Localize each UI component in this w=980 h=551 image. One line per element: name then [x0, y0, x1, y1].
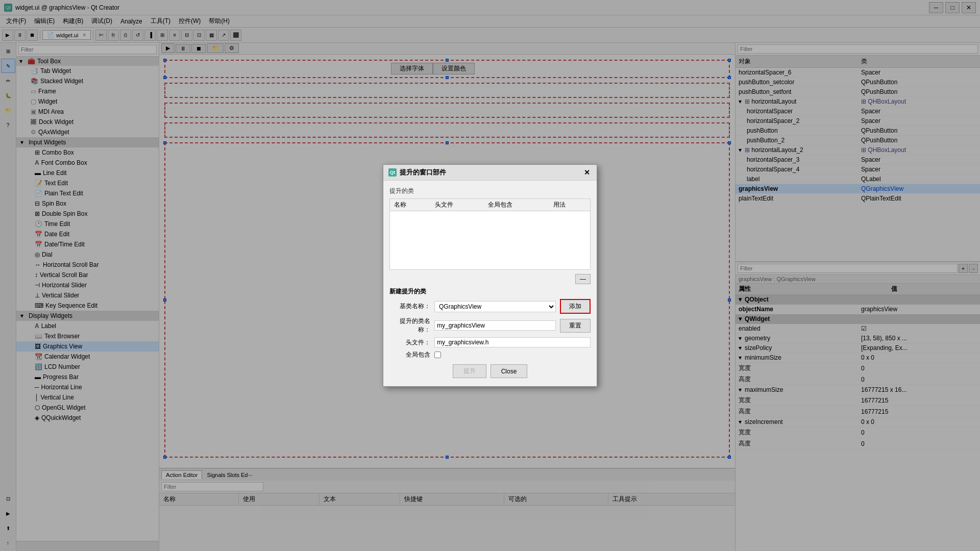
promoted-class-table: 名称 头文件 全局包含 用法	[389, 198, 591, 270]
dialog-inner-table: 名称 头文件 全局包含 用法	[390, 199, 590, 211]
promote-button[interactable]: 提升	[453, 364, 486, 378]
base-class-label: 基类名称：	[389, 302, 430, 311]
close-button[interactable]: Close	[491, 364, 528, 378]
dialog-title-icon: Qt	[388, 168, 397, 177]
dialog-col-header: 头文件	[431, 199, 484, 211]
form-row-promotedclass: 提升的类名称： 重置	[389, 317, 591, 334]
global-include-checkbox[interactable]	[434, 352, 441, 358]
dialog-col-usage: 用法	[549, 199, 590, 211]
promoted-class-input[interactable]	[434, 320, 556, 331]
dialog-delete-button[interactable]: —	[575, 274, 591, 284]
promoted-class-label: 提升的类	[389, 187, 591, 195]
global-include-label: 全局包含	[389, 350, 430, 359]
dialog-overlay: Qt 提升的窗口部件 ✕ 提升的类 名称 头文件 全局包含 用法	[0, 0, 980, 551]
promote-dialog: Qt 提升的窗口部件 ✕ 提升的类 名称 头文件 全局包含 用法	[383, 164, 597, 387]
dialog-close-button[interactable]: ✕	[582, 168, 592, 177]
dialog-title-text: 提升的窗口部件	[400, 168, 446, 177]
dialog-col-global: 全局包含	[484, 199, 549, 211]
base-class-select[interactable]: QGraphicsView	[434, 301, 556, 312]
new-class-section-label: 新建提升的类	[389, 287, 591, 296]
dialog-actions: 提升 Close	[389, 359, 591, 380]
form-row-baseclass: 基类名称： QGraphicsView 添加	[389, 299, 591, 314]
promoted-class-name-label: 提升的类名称：	[389, 317, 430, 334]
form-row-headerfile: 头文件：	[389, 337, 591, 347]
header-file-label: 头文件：	[389, 338, 430, 347]
dialog-reset-button[interactable]: 重置	[560, 319, 591, 333]
dialog-title-bar: Qt 提升的窗口部件 ✕	[383, 165, 597, 181]
dialog-body: 提升的类 名称 头文件 全局包含 用法 — 新建提	[383, 181, 597, 386]
dialog-form: 基类名称： QGraphicsView 添加 提升的类名称： 重置 头文件： 全	[389, 299, 591, 359]
form-row-globalinclude: 全局包含	[389, 350, 591, 359]
dialog-del-btn-container: —	[389, 274, 591, 284]
header-file-input[interactable]	[434, 337, 591, 347]
dialog-add-button[interactable]: 添加	[560, 299, 591, 314]
dialog-col-name: 名称	[390, 199, 431, 211]
